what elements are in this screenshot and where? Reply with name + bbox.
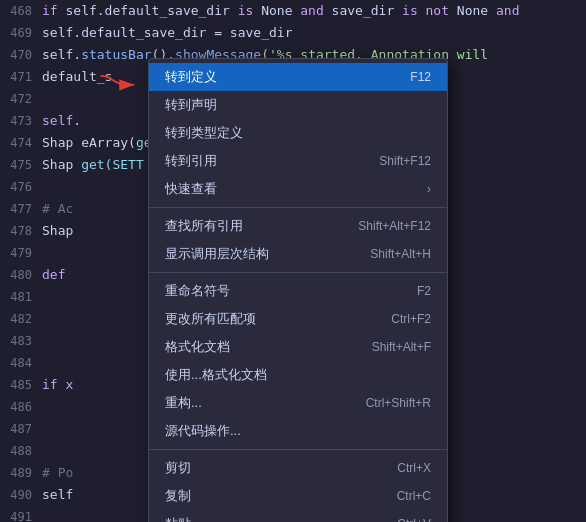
submenu-arrow-icon: › [427,182,431,196]
menu-item-label: 转到类型定义 [165,124,243,142]
line-content: self [42,484,73,506]
line-content: Shap [42,220,73,242]
line-content: def [42,264,65,286]
menu-item-label: 重命名符号 [165,282,230,300]
menu-shortcut: Shift+Alt+F12 [358,219,431,233]
line-content: Shap get(SETT [42,154,144,176]
code-line: 469 self.default_save_dir = save_dir [0,22,586,44]
red-arrow-indicator [93,68,153,98]
line-number: 468 [0,0,42,22]
menu-item-copy[interactable]: 复制Ctrl+C [149,482,447,510]
menu-item-label: 源代码操作... [165,422,241,440]
line-content: self. [42,110,81,132]
line-number: 488 [0,440,42,462]
menu-item-change-all[interactable]: 更改所有匹配项Ctrl+F2 [149,305,447,333]
menu-shortcut: F12 [410,70,431,84]
menu-shortcut: Shift+F12 [379,154,431,168]
code-line: 468 if self.default_save_dir is None and… [0,0,586,22]
line-number: 487 [0,418,42,440]
menu-item-label: 转到定义 [165,68,217,86]
line-number: 485 [0,374,42,396]
menu-divider [149,272,447,273]
menu-shortcut: Shift+Alt+F [372,340,431,354]
menu-shortcut: Ctrl+X [397,461,431,475]
menu-item-cut[interactable]: 剪切Ctrl+X [149,454,447,482]
line-number: 479 [0,242,42,264]
line-number: 490 [0,484,42,506]
menu-item-label: 使用...格式化文档 [165,366,267,384]
menu-shortcut: Shift+Alt+H [370,247,431,261]
line-number: 482 [0,308,42,330]
line-number: 470 [0,44,42,66]
menu-item-goto-type[interactable]: 转到类型定义 [149,119,447,147]
line-number: 484 [0,352,42,374]
line-number: 469 [0,22,42,44]
code-editor: 468 if self.default_save_dir is None and… [0,0,586,522]
menu-item-peek[interactable]: 快速查看› [149,175,447,203]
menu-divider [149,449,447,450]
menu-item-call-hierarchy[interactable]: 显示调用层次结构Shift+Alt+H [149,240,447,268]
line-number: 472 [0,88,42,110]
menu-item-paste[interactable]: 粘贴Ctrl+V [149,510,447,522]
line-content: if x [42,374,73,396]
menu-item-label: 复制 [165,487,191,505]
menu-item-label: 显示调用层次结构 [165,245,269,263]
line-number: 478 [0,220,42,242]
menu-item-goto-ref[interactable]: 转到引用Shift+F12 [149,147,447,175]
menu-item-find-all-ref[interactable]: 查找所有引用Shift+Alt+F12 [149,212,447,240]
menu-item-refactor[interactable]: 重构...Ctrl+Shift+R [149,389,447,417]
menu-item-label: 更改所有匹配项 [165,310,256,328]
line-content: # Ac [42,198,73,220]
line-number: 486 [0,396,42,418]
line-number: 473 [0,110,42,132]
menu-item-label: 剪切 [165,459,191,477]
menu-item-source-action[interactable]: 源代码操作... [149,417,447,445]
menu-item-format-doc[interactable]: 格式化文档Shift+Alt+F [149,333,447,361]
menu-item-rename[interactable]: 重命名符号F2 [149,277,447,305]
menu-item-label: 查找所有引用 [165,217,243,235]
line-number: 481 [0,286,42,308]
menu-item-label: 快速查看 [165,180,217,198]
menu-item-format-with[interactable]: 使用...格式化文档 [149,361,447,389]
line-number: 476 [0,176,42,198]
menu-item-goto-def[interactable]: 转到定义F12 [149,63,447,91]
context-menu: 转到定义F12转到声明转到类型定义转到引用Shift+F12快速查看›查找所有引… [148,58,448,522]
line-number: 483 [0,330,42,352]
line-content: if self.default_save_dir is None and sav… [42,0,519,22]
line-number: 489 [0,462,42,484]
menu-shortcut: F2 [417,284,431,298]
line-content: self.default_save_dir = save_dir [42,22,292,44]
line-number: 477 [0,198,42,220]
menu-shortcut: Ctrl+Shift+R [366,396,431,410]
menu-shortcut: Ctrl+F2 [391,312,431,326]
menu-shortcut: Ctrl+V [397,517,431,522]
line-number: 474 [0,132,42,154]
menu-shortcut: Ctrl+C [397,489,431,503]
menu-item-label: 转到声明 [165,96,217,114]
menu-item-label: 格式化文档 [165,338,230,356]
line-number: 491 [0,506,42,522]
menu-item-label: 粘贴 [165,515,191,522]
line-number: 471 [0,66,42,88]
menu-item-goto-decl[interactable]: 转到声明 [149,91,447,119]
line-number: 480 [0,264,42,286]
line-content: # Po [42,462,73,484]
line-number: 475 [0,154,42,176]
menu-item-label: 转到引用 [165,152,217,170]
menu-divider [149,207,447,208]
menu-item-label: 重构... [165,394,202,412]
